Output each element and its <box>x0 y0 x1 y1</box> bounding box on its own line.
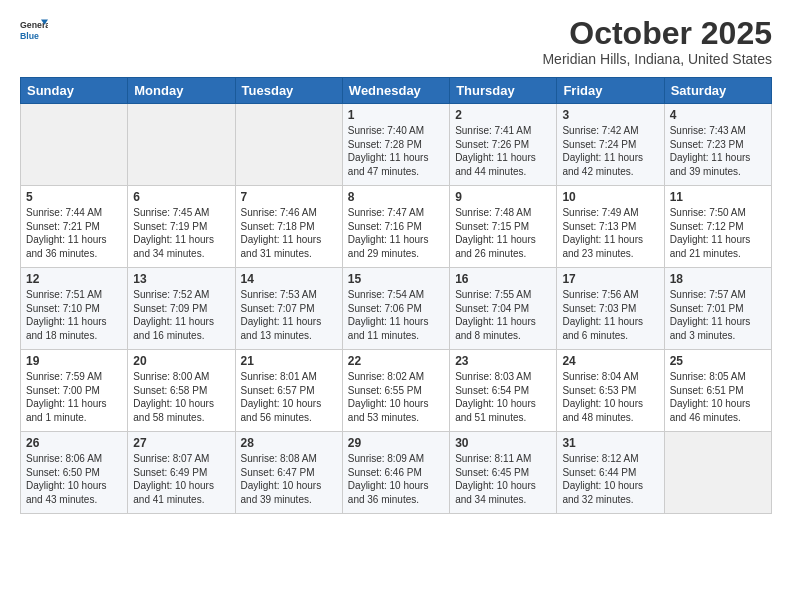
day-info: Sunrise: 7:59 AM Sunset: 7:00 PM Dayligh… <box>26 370 122 424</box>
calendar-cell: 9Sunrise: 7:48 AM Sunset: 7:15 PM Daylig… <box>450 186 557 268</box>
day-number: 12 <box>26 272 122 286</box>
page-container: General Blue October 2025 Meridian Hills… <box>0 0 792 612</box>
calendar-cell: 5Sunrise: 7:44 AM Sunset: 7:21 PM Daylig… <box>21 186 128 268</box>
header-friday: Friday <box>557 78 664 104</box>
svg-text:Blue: Blue <box>20 31 39 41</box>
calendar-cell: 3Sunrise: 7:42 AM Sunset: 7:24 PM Daylig… <box>557 104 664 186</box>
day-info: Sunrise: 7:45 AM Sunset: 7:19 PM Dayligh… <box>133 206 229 260</box>
calendar-week-row: 5Sunrise: 7:44 AM Sunset: 7:21 PM Daylig… <box>21 186 772 268</box>
day-info: Sunrise: 7:49 AM Sunset: 7:13 PM Dayligh… <box>562 206 658 260</box>
header-monday: Monday <box>128 78 235 104</box>
day-number: 27 <box>133 436 229 450</box>
calendar-cell: 4Sunrise: 7:43 AM Sunset: 7:23 PM Daylig… <box>664 104 771 186</box>
calendar-cell: 21Sunrise: 8:01 AM Sunset: 6:57 PM Dayli… <box>235 350 342 432</box>
header: General Blue October 2025 Meridian Hills… <box>20 16 772 67</box>
day-number: 30 <box>455 436 551 450</box>
day-info: Sunrise: 7:46 AM Sunset: 7:18 PM Dayligh… <box>241 206 337 260</box>
header-sunday: Sunday <box>21 78 128 104</box>
day-info: Sunrise: 7:44 AM Sunset: 7:21 PM Dayligh… <box>26 206 122 260</box>
day-number: 23 <box>455 354 551 368</box>
day-info: Sunrise: 8:11 AM Sunset: 6:45 PM Dayligh… <box>455 452 551 506</box>
header-thursday: Thursday <box>450 78 557 104</box>
calendar-cell: 23Sunrise: 8:03 AM Sunset: 6:54 PM Dayli… <box>450 350 557 432</box>
day-number: 17 <box>562 272 658 286</box>
day-info: Sunrise: 7:43 AM Sunset: 7:23 PM Dayligh… <box>670 124 766 178</box>
day-info: Sunrise: 8:05 AM Sunset: 6:51 PM Dayligh… <box>670 370 766 424</box>
calendar-week-row: 1Sunrise: 7:40 AM Sunset: 7:28 PM Daylig… <box>21 104 772 186</box>
day-number: 15 <box>348 272 444 286</box>
day-info: Sunrise: 8:07 AM Sunset: 6:49 PM Dayligh… <box>133 452 229 506</box>
day-number: 22 <box>348 354 444 368</box>
day-info: Sunrise: 7:48 AM Sunset: 7:15 PM Dayligh… <box>455 206 551 260</box>
calendar-cell: 14Sunrise: 7:53 AM Sunset: 7:07 PM Dayli… <box>235 268 342 350</box>
day-info: Sunrise: 7:50 AM Sunset: 7:12 PM Dayligh… <box>670 206 766 260</box>
day-info: Sunrise: 7:53 AM Sunset: 7:07 PM Dayligh… <box>241 288 337 342</box>
day-info: Sunrise: 7:41 AM Sunset: 7:26 PM Dayligh… <box>455 124 551 178</box>
day-number: 11 <box>670 190 766 204</box>
day-number: 6 <box>133 190 229 204</box>
calendar-table: Sunday Monday Tuesday Wednesday Thursday… <box>20 77 772 514</box>
day-info: Sunrise: 7:55 AM Sunset: 7:04 PM Dayligh… <box>455 288 551 342</box>
calendar-week-row: 12Sunrise: 7:51 AM Sunset: 7:10 PM Dayli… <box>21 268 772 350</box>
day-number: 29 <box>348 436 444 450</box>
calendar-cell: 11Sunrise: 7:50 AM Sunset: 7:12 PM Dayli… <box>664 186 771 268</box>
calendar-cell: 19Sunrise: 7:59 AM Sunset: 7:00 PM Dayli… <box>21 350 128 432</box>
calendar-cell: 30Sunrise: 8:11 AM Sunset: 6:45 PM Dayli… <box>450 432 557 514</box>
header-tuesday: Tuesday <box>235 78 342 104</box>
day-info: Sunrise: 8:08 AM Sunset: 6:47 PM Dayligh… <box>241 452 337 506</box>
calendar-cell: 15Sunrise: 7:54 AM Sunset: 7:06 PM Dayli… <box>342 268 449 350</box>
calendar-cell: 28Sunrise: 8:08 AM Sunset: 6:47 PM Dayli… <box>235 432 342 514</box>
calendar-cell: 18Sunrise: 7:57 AM Sunset: 7:01 PM Dayli… <box>664 268 771 350</box>
calendar-cell <box>664 432 771 514</box>
day-info: Sunrise: 7:54 AM Sunset: 7:06 PM Dayligh… <box>348 288 444 342</box>
day-info: Sunrise: 7:47 AM Sunset: 7:16 PM Dayligh… <box>348 206 444 260</box>
day-info: Sunrise: 8:01 AM Sunset: 6:57 PM Dayligh… <box>241 370 337 424</box>
day-info: Sunrise: 7:51 AM Sunset: 7:10 PM Dayligh… <box>26 288 122 342</box>
calendar-header-row: Sunday Monday Tuesday Wednesday Thursday… <box>21 78 772 104</box>
day-info: Sunrise: 7:40 AM Sunset: 7:28 PM Dayligh… <box>348 124 444 178</box>
day-info: Sunrise: 8:03 AM Sunset: 6:54 PM Dayligh… <box>455 370 551 424</box>
day-number: 13 <box>133 272 229 286</box>
day-info: Sunrise: 7:56 AM Sunset: 7:03 PM Dayligh… <box>562 288 658 342</box>
logo-icon: General Blue <box>20 16 48 44</box>
location: Meridian Hills, Indiana, United States <box>542 51 772 67</box>
calendar-cell <box>235 104 342 186</box>
calendar-cell: 10Sunrise: 7:49 AM Sunset: 7:13 PM Dayli… <box>557 186 664 268</box>
day-number: 3 <box>562 108 658 122</box>
calendar-cell: 2Sunrise: 7:41 AM Sunset: 7:26 PM Daylig… <box>450 104 557 186</box>
calendar-week-row: 19Sunrise: 7:59 AM Sunset: 7:00 PM Dayli… <box>21 350 772 432</box>
day-info: Sunrise: 7:57 AM Sunset: 7:01 PM Dayligh… <box>670 288 766 342</box>
day-number: 9 <box>455 190 551 204</box>
day-number: 28 <box>241 436 337 450</box>
day-number: 25 <box>670 354 766 368</box>
day-info: Sunrise: 8:12 AM Sunset: 6:44 PM Dayligh… <box>562 452 658 506</box>
day-info: Sunrise: 8:00 AM Sunset: 6:58 PM Dayligh… <box>133 370 229 424</box>
day-number: 4 <box>670 108 766 122</box>
day-number: 14 <box>241 272 337 286</box>
calendar-cell: 27Sunrise: 8:07 AM Sunset: 6:49 PM Dayli… <box>128 432 235 514</box>
day-number: 2 <box>455 108 551 122</box>
day-info: Sunrise: 7:42 AM Sunset: 7:24 PM Dayligh… <box>562 124 658 178</box>
calendar-cell: 20Sunrise: 8:00 AM Sunset: 6:58 PM Dayli… <box>128 350 235 432</box>
month-title: October 2025 <box>542 16 772 51</box>
day-number: 19 <box>26 354 122 368</box>
calendar-cell: 13Sunrise: 7:52 AM Sunset: 7:09 PM Dayli… <box>128 268 235 350</box>
calendar-cell: 7Sunrise: 7:46 AM Sunset: 7:18 PM Daylig… <box>235 186 342 268</box>
day-number: 10 <box>562 190 658 204</box>
logo: General Blue <box>20 16 48 44</box>
calendar-week-row: 26Sunrise: 8:06 AM Sunset: 6:50 PM Dayli… <box>21 432 772 514</box>
calendar-cell: 12Sunrise: 7:51 AM Sunset: 7:10 PM Dayli… <box>21 268 128 350</box>
calendar-cell: 25Sunrise: 8:05 AM Sunset: 6:51 PM Dayli… <box>664 350 771 432</box>
day-number: 26 <box>26 436 122 450</box>
calendar-cell: 24Sunrise: 8:04 AM Sunset: 6:53 PM Dayli… <box>557 350 664 432</box>
day-number: 7 <box>241 190 337 204</box>
day-number: 21 <box>241 354 337 368</box>
day-number: 8 <box>348 190 444 204</box>
header-wednesday: Wednesday <box>342 78 449 104</box>
calendar-cell: 31Sunrise: 8:12 AM Sunset: 6:44 PM Dayli… <box>557 432 664 514</box>
day-info: Sunrise: 8:02 AM Sunset: 6:55 PM Dayligh… <box>348 370 444 424</box>
calendar-cell: 1Sunrise: 7:40 AM Sunset: 7:28 PM Daylig… <box>342 104 449 186</box>
day-number: 16 <box>455 272 551 286</box>
day-info: Sunrise: 8:06 AM Sunset: 6:50 PM Dayligh… <box>26 452 122 506</box>
calendar-cell: 17Sunrise: 7:56 AM Sunset: 7:03 PM Dayli… <box>557 268 664 350</box>
